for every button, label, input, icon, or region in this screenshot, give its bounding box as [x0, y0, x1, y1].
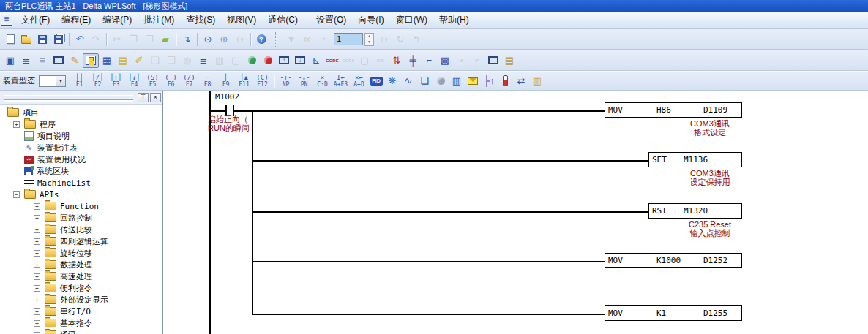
- pause-button[interactable]: ⊖: [376, 32, 392, 47]
- expand-icon[interactable]: +: [34, 273, 40, 280]
- open-file-button[interactable]: [18, 32, 34, 47]
- zoom-out-button[interactable]: ⊖: [232, 32, 248, 47]
- new-file-button[interactable]: [2, 32, 18, 47]
- f7-coil-b-button[interactable]: (/)F7: [180, 72, 198, 90]
- menu-settings[interactable]: 设置(O): [310, 12, 352, 28]
- bookmark-next-button[interactable]: ❒: [163, 53, 179, 68]
- tree-item[interactable]: +基本指令: [0, 317, 162, 329]
- instruction-box[interactable]: MOV H86 D1109: [605, 102, 742, 118]
- code-view-button[interactable]: CODE: [340, 53, 356, 68]
- monitor-edit-button[interactable]: [50, 53, 67, 68]
- comment-list-button[interactable]: ▤: [115, 53, 131, 68]
- paste-button[interactable]: ❒: [141, 32, 157, 47]
- insert-row-button[interactable]: ╪: [405, 53, 421, 68]
- tree-item[interactable]: +Function: [0, 200, 162, 212]
- branch-wizard-button[interactable]: ├↑: [481, 74, 497, 88]
- spin-down-icon[interactable]: ▼: [365, 39, 373, 45]
- tree-item[interactable]: 项目: [0, 107, 162, 118]
- io-mode-button[interactable]: ▣: [2, 53, 18, 68]
- f4-falling-button[interactable]: ┤↓├F4: [125, 72, 143, 90]
- scan-time-button[interactable]: ◔: [315, 32, 332, 47]
- expand-icon[interactable]: +: [34, 308, 40, 315]
- spin-value[interactable]: 1: [334, 33, 363, 45]
- copy-write-button[interactable]: ❏: [416, 74, 433, 88]
- expand-icon[interactable]: +: [34, 227, 40, 233]
- np-pulse-button[interactable]: -↑-NP: [277, 72, 295, 90]
- mdi-child-icon[interactable]: ≣: [1, 15, 12, 26]
- mail-wizard-button[interactable]: [465, 74, 481, 88]
- menu-view[interactable]: 视图(V): [221, 12, 262, 28]
- instruction-view-button[interactable]: ▥: [212, 53, 228, 68]
- bookmark-button[interactable]: ❑: [147, 53, 163, 68]
- chevron-down-icon[interactable]: ▼: [56, 76, 65, 86]
- menu-file[interactable]: 文件(F): [15, 12, 56, 28]
- tree-item[interactable]: +传送比较: [0, 224, 162, 235]
- menu-communication[interactable]: 通信(C): [262, 12, 304, 28]
- online-mode-button[interactable]: ⊾: [308, 53, 324, 68]
- menu-wizard[interactable]: 向导(I): [352, 12, 389, 28]
- edit-monitor-button[interactable]: ▼: [283, 32, 299, 47]
- ad-button[interactable]: ×←A+D: [350, 72, 368, 90]
- tree-item[interactable]: +串行I/O: [0, 305, 162, 317]
- menu-search[interactable]: 查找(S): [180, 12, 221, 28]
- f1-contact-button[interactable]: ┤├F1: [70, 72, 89, 90]
- f5-set-coil-button[interactable]: (S)F5: [143, 72, 162, 90]
- save-as-button[interactable]: [50, 32, 67, 47]
- instruction-mode-button[interactable]: ▦: [99, 53, 115, 68]
- tree-item[interactable]: ✓✓装置使用状况: [0, 153, 162, 165]
- wave-wizard-button[interactable]: ∿: [400, 74, 416, 88]
- redo-button[interactable]: ↷: [88, 32, 104, 47]
- tree-item[interactable]: +数据处理: [0, 259, 162, 270]
- expand-icon[interactable]: +: [34, 215, 40, 221]
- tree-item[interactable]: ✎装置批注表: [0, 142, 162, 153]
- tree-item[interactable]: +旋转位移: [0, 247, 162, 259]
- erase-button[interactable]: ▰: [157, 32, 173, 47]
- f2-contact-b-button[interactable]: ┤/├F2: [89, 72, 107, 90]
- ladder-new-button[interactable]: ≣: [18, 53, 34, 68]
- expand-icon[interactable]: +: [34, 332, 40, 334]
- thermo-wizard-button[interactable]: [497, 74, 513, 88]
- pn-pulse-button[interactable]: -↓-PN: [295, 72, 313, 90]
- contact-label[interactable]: M1002: [215, 92, 239, 102]
- help-button[interactable]: ?: [253, 32, 269, 47]
- tree-item[interactable]: +程序: [0, 118, 162, 130]
- spin-up-icon[interactable]: ▲: [365, 34, 373, 39]
- refresh-button[interactable]: ↻: [392, 32, 408, 47]
- menu-comment[interactable]: 批注(M): [138, 12, 180, 28]
- simulator-button[interactable]: ▩: [437, 53, 453, 68]
- zoom-button[interactable]: ⊙: [200, 32, 216, 47]
- tree-item[interactable]: 项目说明: [0, 130, 162, 142]
- expand-icon[interactable]: +: [34, 297, 40, 303]
- tree-item[interactable]: −APIs: [0, 189, 162, 200]
- hint-lamp-button[interactable]: ◍: [179, 53, 195, 68]
- download-view-button[interactable]: ▢: [356, 53, 373, 68]
- row-compare-button[interactable]: ⇅: [389, 53, 405, 68]
- apf3-button[interactable]: I←A+F3: [332, 72, 350, 90]
- expand-icon[interactable]: +: [34, 238, 40, 245]
- scale-spinbox[interactable]: 1▲▼: [334, 33, 374, 46]
- ladder-editor[interactable]: M1002 启始正向（ RUN的瞬间 MOV H86 D1109 COM3通讯 …: [164, 91, 868, 334]
- goto-step-button[interactable]: ↴: [179, 32, 195, 47]
- expand-icon[interactable]: +: [13, 121, 20, 128]
- undo-button[interactable]: ↶: [72, 32, 88, 47]
- tree-item[interactable]: +外部设定显示: [0, 294, 162, 305]
- menu-window[interactable]: 窗口(W): [390, 12, 433, 28]
- tree-item[interactable]: MachineList: [0, 177, 162, 189]
- cut-button[interactable]: ✂: [109, 32, 125, 47]
- tree-item[interactable]: +高速处理: [0, 270, 162, 282]
- stop-plc-button[interactable]: [260, 53, 276, 68]
- find-m-button[interactable]: M: [453, 53, 469, 68]
- instruction-box[interactable]: SET M1136: [648, 152, 742, 167]
- f8-hline-button[interactable]: ─F8: [198, 72, 217, 90]
- expand-icon[interactable]: +: [34, 285, 40, 292]
- f11-compare-button[interactable]: ┤▲F11: [235, 72, 253, 90]
- pin-icon[interactable]: ⊤: [138, 93, 149, 102]
- fireworks-wizard-button[interactable]: ❋: [384, 74, 400, 88]
- expand-icon[interactable]: +: [34, 262, 40, 268]
- panel-grip[interactable]: [4, 95, 133, 100]
- f6-coil-button[interactable]: ( )F6: [162, 72, 180, 90]
- instruction-new-button[interactable]: ≡: [34, 53, 50, 68]
- code-check-button[interactable]: CODE: [324, 53, 340, 68]
- highlighter-button[interactable]: ✐: [131, 53, 147, 68]
- expand-icon[interactable]: +: [34, 250, 40, 257]
